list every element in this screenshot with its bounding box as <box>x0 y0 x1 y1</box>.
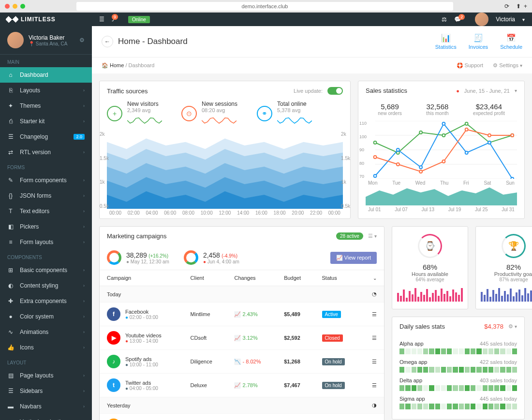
view-report-button[interactable]: 📈 View report <box>330 252 377 264</box>
list-icon[interactable]: ☰ ▾ <box>368 233 377 239</box>
avatar[interactable] <box>475 13 488 26</box>
sidebar-item-pickers[interactable]: ◧Pickers› <box>0 219 92 234</box>
brand[interactable]: LIMITLESS <box>0 13 92 26</box>
sidebar-item-text-editors[interactable]: TText editors› <box>0 203 92 219</box>
svg-point-23 <box>465 128 468 131</box>
svg-point-9 <box>465 122 468 125</box>
menu-icon[interactable]: ☰ <box>99 16 104 23</box>
nav-section-main: MAIN <box>0 55 92 67</box>
sidebar-item-navbars[interactable]: ▬Navbars› <box>0 399 92 414</box>
chevron-right-icon: › <box>83 178 85 183</box>
sales-stat: $23,464expected profit <box>473 102 505 116</box>
metric-new-sessions: ⊙New sessions08:20 avg <box>181 101 237 127</box>
pie-icon[interactable]: ◑ <box>361 397 384 414</box>
sidebar-item-extra-components[interactable]: ✚Extra components› <box>0 293 92 309</box>
sidebar-item-icons[interactable]: 👍Icons› <box>0 340 92 355</box>
sidebar-item-rtl-version[interactable]: ⇄RTL version› <box>0 145 92 160</box>
sidebar-item-layouts[interactable]: ⎘Layouts› <box>0 83 92 98</box>
compare-icon[interactable]: ⚖ <box>442 16 447 23</box>
sidebar-item-form-layouts[interactable]: ≡Form layouts› <box>0 234 92 250</box>
user-chevron-icon[interactable]: ▾ <box>522 17 525 22</box>
chevron-right-icon: › <box>83 150 85 155</box>
support-link[interactable]: 🛟 Support <box>457 62 484 69</box>
sidebar-item-color-system[interactable]: ●Color system› <box>0 309 92 324</box>
browser-chrome: demo.interface.club ⟳ ⬆ + <box>0 0 532 13</box>
sidebar-item-changelog[interactable]: ☰Changelog2.0 <box>0 129 92 145</box>
header-action-statistics[interactable]: 📊Statistics <box>435 33 457 50</box>
row-menu-icon[interactable]: ☰ <box>361 350 384 374</box>
sidebar-item-themes[interactable]: ✦Themes› <box>0 98 92 114</box>
settings-link[interactable]: ⚙ Settings ▾ <box>493 62 522 69</box>
chevron-right-icon: › <box>83 373 85 378</box>
campaign-icon: f <box>107 307 120 321</box>
username[interactable]: Victoria <box>496 16 515 23</box>
campaign-icon: ▶ <box>107 331 120 345</box>
user-block[interactable]: Victoria Baker 📍 Santa Ana, CA ⚙ <box>0 26 92 55</box>
sales-date-range[interactable]: June, 15 - June, 21 <box>464 88 510 94</box>
daily-gear-icon[interactable]: ⚙ ▾ <box>508 323 517 330</box>
git-icon[interactable]: ⤴9 <box>112 16 121 23</box>
row-menu-icon[interactable]: ☰ <box>361 303 384 326</box>
sidebar-item-content-styling[interactable]: ◐Content styling› <box>0 278 92 293</box>
sales-panel: Sales statistics ● June, 15 - June, 21 ▾… <box>358 81 525 219</box>
breadcrumb-home[interactable]: Home <box>110 62 124 68</box>
chat-icon[interactable]: 💬2 <box>454 16 468 23</box>
gauge-bars <box>397 287 463 302</box>
row-menu-icon[interactable]: ☰ <box>361 414 384 420</box>
svg-point-21 <box>419 170 422 173</box>
live-update-toggle[interactable] <box>327 87 343 95</box>
nav-section-components: COMPONENTS <box>0 250 92 262</box>
pie-icon[interactable]: ◔ <box>361 286 384 303</box>
donut-chart-2 <box>184 250 198 265</box>
nav-icon: ✚ <box>7 298 14 304</box>
traffic-area-chart <box>107 131 343 209</box>
table-row[interactable]: fFacebook● 02:00 - 03:00 Mintlime 📈 2.43… <box>100 303 384 326</box>
daily-title: Daily sales stats <box>399 323 445 330</box>
share-icon[interactable]: ⬆ <box>516 3 521 10</box>
minimize-dot[interactable] <box>13 4 17 9</box>
app-row[interactable]: Alpha app445 sales today <box>399 341 517 354</box>
sidebar-item-vertical-navigation[interactable]: ↕Vertical navigation› <box>0 414 92 420</box>
donut-chart-1 <box>107 250 121 265</box>
svg-point-20 <box>397 163 399 166</box>
add-icon[interactable]: + <box>524 3 527 10</box>
sidebar-item-starter-kit[interactable]: ⎙Starter kit› <box>0 114 92 129</box>
status-badge: Closed <box>322 334 343 342</box>
app-row[interactable]: Sigma app445 sales today <box>399 396 517 409</box>
nav-icon: ▬ <box>7 403 14 410</box>
gauge-icon: 🏆 <box>502 234 526 258</box>
table-row[interactable]: tTwitter ads● 04:00 - 05:00 Deluxe 📈 2.7… <box>100 374 384 397</box>
reload-icon[interactable]: ⟳ <box>504 3 509 10</box>
row-menu-icon[interactable]: ☰ <box>361 326 384 350</box>
header-action-schedule[interactable]: 📅Schedule <box>500 33 522 50</box>
table-row[interactable]: ♪Spotify ads● 10:00 - 11:00 Diligence 📉 … <box>100 350 384 374</box>
close-dot[interactable] <box>5 4 10 9</box>
maximize-dot[interactable] <box>20 4 25 9</box>
gear-icon[interactable]: ⚙ <box>79 37 85 43</box>
sales-stat: 5,689new orders <box>378 102 401 116</box>
chevron-right-icon: › <box>83 330 85 334</box>
sidebar-item-form-components[interactable]: ✎Form components› <box>0 173 92 188</box>
sidebar-item-animations[interactable]: ∿Animations› <box>0 324 92 340</box>
row-menu-icon[interactable]: ☰ <box>361 374 384 397</box>
sidebar-item-dashboard[interactable]: ⌂Dashboard <box>0 67 92 83</box>
back-button[interactable]: ← <box>102 36 113 47</box>
header-action-invoices[interactable]: 🧾Invoices <box>469 33 488 50</box>
user-name: Victoria Baker <box>29 34 67 41</box>
status-badge: Active <box>322 311 341 318</box>
sidebar-item-page-layouts[interactable]: ▤Page layouts› <box>0 368 92 383</box>
sidebar-item-basic-components[interactable]: ⊞Basic components› <box>0 262 92 278</box>
table-row[interactable]: bBing campaign● 15:00 - 16:00 Metrics 📉 … <box>100 414 384 420</box>
url-bar[interactable]: demo.interface.club <box>76 2 453 11</box>
svg-point-13 <box>397 148 399 151</box>
nav-icon: ⊞ <box>7 267 14 274</box>
heatmap <box>399 348 517 354</box>
app-row[interactable]: Omega app422 sales today <box>399 359 517 373</box>
sidebar-item-json-forms[interactable]: {}JSON forms› <box>0 188 92 203</box>
gauge-2: 🏆 82% Productivity goal 87% average <box>475 226 532 309</box>
sidebar-item-sidebars[interactable]: ☰Sidebars› <box>0 383 92 399</box>
table-row[interactable]: ▶Youtube videos● 13:00 - 14:00 CDsoft 📈 … <box>100 326 384 350</box>
breadcrumb: 🏠 Home / Dashboard 🛟 Support ⚙ Settings … <box>92 57 532 73</box>
expand-icon[interactable]: ⌄ <box>361 270 384 286</box>
app-row[interactable]: Delta app403 sales today <box>399 377 517 391</box>
